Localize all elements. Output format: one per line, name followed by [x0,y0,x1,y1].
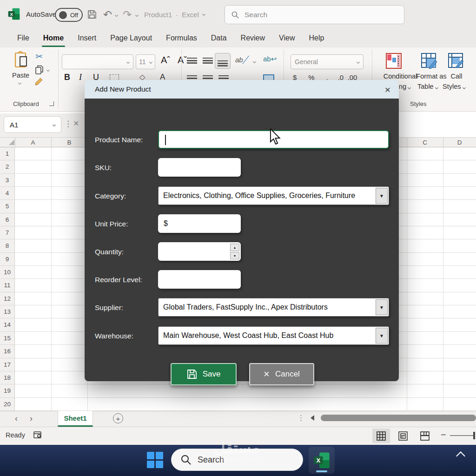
search-input[interactable]: Search [225,5,404,24]
align-center-icon[interactable] [203,75,213,77]
document-title[interactable]: Product1 · Excel [144,11,205,19]
column-header-c[interactable]: C [407,138,443,147]
row-header[interactable]: 1 [0,147,14,160]
formula-cancel-icon[interactable]: × [73,118,79,129]
row-header[interactable]: 17 [0,358,14,371]
name-box[interactable]: A1 [4,116,61,133]
dialog-title-bar[interactable]: Add New Product × [85,80,399,99]
cell-styles-label1[interactable]: Call [443,73,470,80]
row-header[interactable]: 3 [0,174,14,187]
warehouse-dropdown-arrow-icon[interactable]: ▼ [376,328,388,344]
conditional-formatting-label2[interactable]: ng [399,83,410,90]
tab-insert[interactable]: Insert [71,31,103,45]
page-break-view-button[interactable] [416,429,434,443]
cell-styles-label2[interactable]: Styles [443,83,465,90]
save-icon[interactable] [87,10,97,21]
sku-input[interactable] [158,158,241,177]
copy-chevron-icon[interactable] [46,68,50,72]
horizontal-scrollbar-thumb[interactable] [321,415,476,421]
tab-review[interactable]: Review [234,31,272,45]
row-header[interactable]: 8 [0,239,14,252]
start-button[interactable] [147,452,164,469]
quantity-input[interactable]: ▲▼ [158,242,241,261]
category-dropdown-arrow-icon[interactable]: ▼ [376,188,388,204]
add-sheet-icon[interactable]: + [113,413,123,423]
italic-button[interactable]: I [79,73,82,82]
align-bottom-selected[interactable] [215,53,231,69]
spinner-up-icon[interactable]: ▲ [230,244,239,251]
row-header[interactable]: 6 [0,213,14,226]
taskbar-excel-button[interactable]: X [309,447,335,474]
sheet-next-icon[interactable]: › [30,414,33,423]
row-header[interactable]: 16 [0,345,14,358]
quantity-spinner[interactable]: ▲▼ [230,244,239,259]
align-left-icon[interactable] [187,75,197,77]
row-header[interactable]: 9 [0,253,14,266]
save-button[interactable]: Save [171,363,237,385]
category-dropdown[interactable]: Electronics, Clothing, Office Supplies, … [158,186,389,205]
accessibility-checker-icon[interactable]: ✓ [33,430,42,441]
column-header-d[interactable]: D [443,138,476,147]
autosave-toggle[interactable]: Off [55,8,83,22]
row-header[interactable]: 14 [0,318,14,331]
conditional-formatting-icon[interactable] [386,53,402,71]
align-right-icon[interactable] [218,75,229,77]
row-header[interactable]: 20 [0,398,14,411]
cell-styles-icon[interactable] [448,53,464,71]
warehouse-dropdown[interactable]: Main Warehouse, West Coast Hub, East Coa… [158,326,389,345]
unit-price-input[interactable]: $ [158,214,241,233]
row-header[interactable]: 19 [0,384,14,397]
row-header[interactable]: 18 [0,371,14,384]
supplier-dropdown-arrow-icon[interactable]: ▼ [376,299,388,315]
zoom-out-icon[interactable]: − [441,430,446,440]
paste-chevron-icon[interactable] [18,81,21,85]
orientation-chevron-icon[interactable] [253,60,256,63]
tab-formulas[interactable]: Formulas [159,31,204,45]
cancel-button[interactable]: × Cancel [249,363,314,385]
copy-icon[interactable] [35,65,44,76]
cut-icon[interactable]: ✂ [35,51,43,62]
grow-font-icon[interactable]: Aˆ [161,55,170,66]
reorder-level-input[interactable] [158,270,241,289]
wrap-text-icon[interactable]: ab↩ [263,55,277,63]
row-header[interactable]: 2 [0,160,14,173]
undo-icon[interactable]: ↶ [103,8,112,21]
column-header-a[interactable]: A [15,138,51,147]
row-header[interactable]: 4 [0,187,14,200]
zoom-slider-handle[interactable] [473,432,475,439]
row-header[interactable]: 5 [0,200,14,213]
font-name-select[interactable] [62,54,133,69]
column-header-b[interactable]: B [51,138,87,147]
undo-chevron-icon[interactable] [115,13,118,17]
font-size-select[interactable]: 11 [136,54,155,69]
orientation-icon[interactable]: ab╱ [235,56,247,64]
supplier-dropdown[interactable]: Global Traders, FastSupply Inc., Apex Di… [158,298,389,317]
sheet-tab-sheet1[interactable]: Sheet1 [58,411,93,427]
select-all-corner[interactable] [9,139,14,145]
clipboard-dialog-launcher-icon[interactable] [49,101,54,106]
tab-page-layout[interactable]: Page Layout [103,31,159,45]
format-painter-icon[interactable] [34,76,45,88]
shrink-font-icon[interactable]: Aˇ [178,55,187,66]
format-as-table-icon[interactable] [421,53,437,71]
tab-help[interactable]: Help [302,31,331,45]
row-header[interactable]: 10 [0,266,14,279]
align-top-icon[interactable] [187,58,197,59]
row-header[interactable]: 15 [0,332,14,345]
page-layout-view-button[interactable] [394,429,412,443]
tab-file[interactable]: File [10,31,36,45]
paste-button[interactable]: Paste [12,72,29,79]
zoom-slider-track[interactable] [450,435,475,436]
row-header[interactable]: 12 [0,292,14,305]
row-header[interactable]: 7 [0,226,14,239]
align-middle-icon[interactable] [203,58,213,59]
row-header[interactable]: 11 [0,279,14,292]
tab-view[interactable]: View [272,31,302,45]
tab-home[interactable]: Home [36,31,71,45]
sheetbar-dots-icon[interactable]: ⋮ [298,414,304,422]
format-as-table-label2[interactable]: Table [417,83,438,90]
taskbar-search[interactable]: Search [171,449,303,471]
number-format-select[interactable]: General [291,54,364,69]
hscroll-left-arrow-icon[interactable] [311,415,314,421]
tab-data[interactable]: Data [204,31,234,45]
